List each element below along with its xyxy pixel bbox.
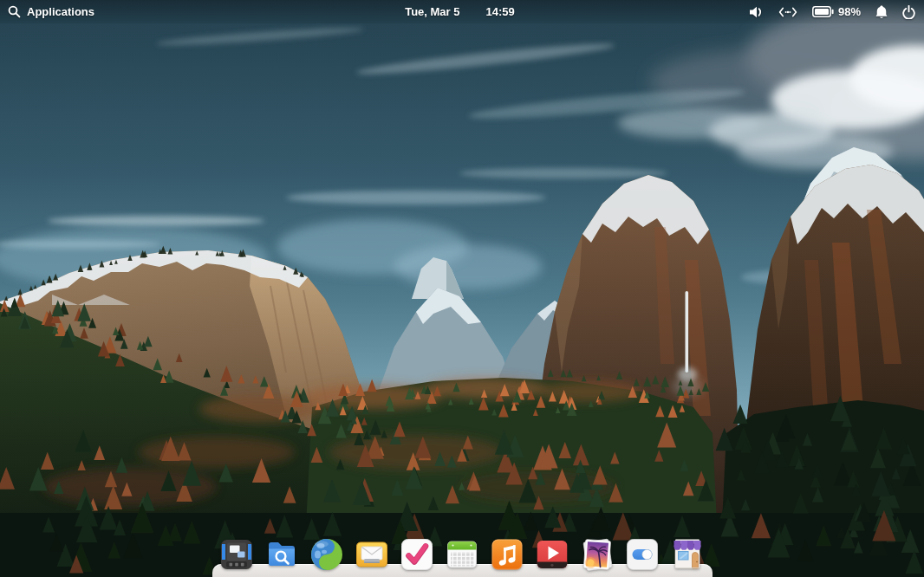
applications-menu[interactable]: Applications [8, 0, 94, 23]
dock-icon-web-browser[interactable] [309, 537, 344, 572]
folder-search-icon [264, 537, 299, 572]
play-icon [535, 537, 569, 572]
datetime-widget[interactable]: Tue, Mar 5 14:59 [405, 0, 515, 23]
dock-icon-photos[interactable] [580, 537, 615, 572]
photo-stack-icon [580, 537, 615, 572]
storefront-icon [670, 537, 705, 572]
workspaces-icon [219, 537, 254, 572]
session-indicator[interactable] [902, 5, 915, 19]
dock-icon-videos[interactable] [535, 537, 569, 572]
globe-icon [309, 537, 344, 572]
checkmark-icon [400, 537, 434, 572]
battery-percent: 98% [838, 5, 861, 18]
applications-label: Applications [27, 5, 94, 18]
dock-icon-system-settings[interactable] [625, 537, 660, 572]
calendar-grid-icon [445, 537, 479, 572]
bell-icon [875, 5, 888, 19]
dock-icon-tasks[interactable] [400, 537, 434, 572]
top-panel: Applications Tue, Mar 5 14:59 98% [0, 0, 924, 23]
dock-icon-files[interactable] [264, 537, 299, 572]
speaker-volume-icon [749, 6, 764, 18]
battery-full-icon [812, 6, 834, 17]
network-indicator[interactable] [778, 7, 797, 17]
network-wired-icon [778, 7, 797, 17]
dock-icon-appcenter[interactable] [670, 537, 705, 572]
battery-indicator[interactable]: 98% [812, 5, 861, 18]
desktop: { "topbar": { "app_menu": { "label": "Ap… [0, 0, 924, 577]
notifications-indicator[interactable] [875, 5, 888, 19]
date-label: Tue, Mar 5 [405, 5, 459, 18]
sound-indicator[interactable] [749, 6, 764, 18]
toggle-switch-icon [625, 537, 660, 572]
power-icon [902, 5, 915, 19]
dock-icon-music[interactable] [490, 537, 524, 572]
desktop-wallpaper [0, 0, 924, 577]
envelope-icon [355, 537, 389, 572]
time-label: 14:59 [486, 5, 515, 18]
indicator-area: 98% [749, 0, 915, 23]
dock-icon-mail[interactable] [355, 537, 389, 572]
dock-icons [219, 535, 705, 572]
dock-icon-calendar[interactable] [445, 537, 479, 572]
music-note-icon [490, 537, 524, 572]
search-icon [8, 5, 21, 18]
dock-icon-multitasking-view[interactable] [219, 537, 254, 572]
